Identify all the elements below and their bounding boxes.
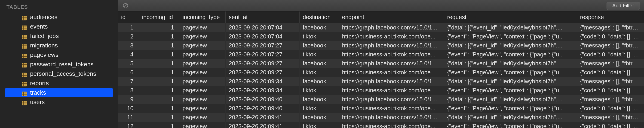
cell-destination[interactable]: facebook: [299, 113, 339, 122]
cell-response[interactable]: {"code": 0, "data": [], "message": "OK",…: [577, 104, 644, 113]
sidebar-item-events[interactable]: events: [5, 22, 113, 31]
cell-id[interactable]: 5: [118, 59, 139, 68]
col-incoming-type[interactable]: incoming_type: [179, 11, 226, 23]
cell-incoming_id[interactable]: 1: [139, 68, 179, 77]
cell-incoming_id[interactable]: 1: [139, 122, 179, 128]
table-row[interactable]: 81pageview2023-09-26 20:09:34tiktokhttps…: [118, 86, 644, 95]
cell-endpoint[interactable]: https://graph.facebook.com/v15.0/1...: [339, 41, 444, 50]
cell-incoming_id[interactable]: 1: [139, 104, 179, 113]
cell-request[interactable]: {"event": "PageView", "context": {"page"…: [444, 86, 577, 95]
cell-request[interactable]: {"event": "PageView", "context": {"page"…: [444, 122, 577, 128]
cell-incoming_id[interactable]: 1: [139, 95, 179, 104]
cell-request[interactable]: {"data": [{"event_id": "led0yxlelwybhslo…: [444, 59, 577, 68]
col-sent-at[interactable]: sent_at: [226, 11, 299, 23]
cell-sent_at[interactable]: 2023-09-26 20:09:27: [226, 59, 299, 68]
cell-destination[interactable]: tiktok: [299, 68, 339, 77]
cell-incoming_id[interactable]: 1: [139, 59, 179, 68]
cell-endpoint[interactable]: https://graph.facebook.com/v15.0/1...: [339, 59, 444, 68]
cell-response[interactable]: {"messages": [], "fbtrace_id": "AzpPcE4A…: [577, 23, 644, 32]
cell-incoming_id[interactable]: 1: [139, 86, 179, 95]
sidebar-item-personal_access_tokens[interactable]: personal_access_tokens: [5, 69, 113, 78]
table-row[interactable]: 51pageview2023-09-26 20:09:27facebookhtt…: [118, 59, 644, 68]
sidebar-item-tracks[interactable]: tracks: [5, 88, 113, 97]
table-row[interactable]: 111pageview2023-09-26 20:09:41facebookht…: [118, 113, 644, 122]
sidebar-item-users[interactable]: users: [5, 97, 113, 107]
cell-id[interactable]: 8: [118, 86, 139, 95]
cell-endpoint[interactable]: https://business-api.tiktok.com/ope...: [339, 68, 444, 77]
table-row[interactable]: 41pageview2023-09-26 20:07:27tiktokhttps…: [118, 50, 644, 59]
col-request[interactable]: request: [444, 11, 577, 23]
cell-sent_at[interactable]: 2023-09-26 20:09:41: [226, 113, 299, 122]
col-endpoint[interactable]: endpoint: [339, 11, 444, 23]
cell-id[interactable]: 10: [118, 104, 139, 113]
add-filter-button[interactable]: Add Filter: [606, 1, 640, 10]
cell-id[interactable]: 4: [118, 50, 139, 59]
sidebar-item-pageviews[interactable]: pageviews: [5, 50, 113, 60]
cell-incoming_type[interactable]: pageview: [179, 95, 226, 104]
cell-sent_at[interactable]: 2023-09-26 20:07:27: [226, 50, 299, 59]
sidebar-item-audiences[interactable]: audiences: [5, 12, 113, 22]
cell-id[interactable]: 7: [118, 77, 139, 86]
table-row[interactable]: 101pageview2023-09-26 20:09:40tiktokhttp…: [118, 104, 644, 113]
table-row[interactable]: 61pageview2023-09-26 20:09:27tiktokhttps…: [118, 68, 644, 77]
cell-destination[interactable]: facebook: [299, 77, 339, 86]
cell-response[interactable]: {"code": 0, "data": [], "message": "OK",…: [577, 122, 644, 128]
cell-incoming_id[interactable]: 1: [139, 41, 179, 50]
cell-destination[interactable]: tiktok: [299, 50, 339, 59]
col-response[interactable]: response: [577, 11, 644, 23]
cell-request[interactable]: {"event": "PageView", "context": {"page"…: [444, 68, 577, 77]
cell-endpoint[interactable]: https://business-api.tiktok.com/ope...: [339, 104, 444, 113]
cell-response[interactable]: {"messages": [], "fbtrace_id": "AzpPcE4A…: [577, 77, 644, 86]
sidebar-item-migrations[interactable]: migrations: [5, 41, 113, 50]
cell-incoming_id[interactable]: 1: [139, 32, 179, 41]
table-row[interactable]: 11pageview2023-09-26 20:07:04facebookhtt…: [118, 23, 644, 32]
col-id[interactable]: id: [118, 11, 139, 23]
cell-endpoint[interactable]: https://graph.facebook.com/v15.0/1...: [339, 95, 444, 104]
cell-incoming_type[interactable]: pageview: [179, 41, 226, 50]
cell-incoming_type[interactable]: pageview: [179, 68, 226, 77]
table-row[interactable]: 91pageview2023-09-26 20:09:40facebookhtt…: [118, 95, 644, 104]
cell-sent_at[interactable]: 2023-09-26 20:07:04: [226, 23, 299, 32]
table-row[interactable]: 71pageview2023-09-26 20:09:34facebookhtt…: [118, 77, 644, 86]
cell-request[interactable]: {"data": [{"event_id": "led0yxlelwybhslo…: [444, 23, 577, 32]
cell-destination[interactable]: facebook: [299, 23, 339, 32]
cell-sent_at[interactable]: 2023-09-26 20:09:41: [226, 122, 299, 128]
cell-destination[interactable]: facebook: [299, 59, 339, 68]
cell-id[interactable]: 12: [118, 122, 139, 128]
cell-response[interactable]: {"code": 0, "data": [], "message": "OK",…: [577, 50, 644, 59]
cell-response[interactable]: {"code": 0, "data": [], "message": "OK",…: [577, 68, 644, 77]
cell-id[interactable]: 11: [118, 113, 139, 122]
cell-endpoint[interactable]: https://business-api.tiktok.com/ope...: [339, 32, 444, 41]
cell-destination[interactable]: tiktok: [299, 32, 339, 41]
cell-sent_at[interactable]: 2023-09-26 20:07:27: [226, 41, 299, 50]
cell-sent_at[interactable]: 2023-09-26 20:07:04: [226, 32, 299, 41]
cell-request[interactable]: {"event": "PageView", "context": {"page"…: [444, 32, 577, 41]
cell-id[interactable]: 2: [118, 32, 139, 41]
table-row[interactable]: 31pageview2023-09-26 20:07:27facebookhtt…: [118, 41, 644, 50]
cell-endpoint[interactable]: https://business-api.tiktok.com/ope...: [339, 50, 444, 59]
cell-sent_at[interactable]: 2023-09-26 20:09:34: [226, 86, 299, 95]
cell-id[interactable]: 6: [118, 68, 139, 77]
cell-incoming_type[interactable]: pageview: [179, 113, 226, 122]
sidebar-item-password_reset_tokens[interactable]: password_reset_tokens: [5, 60, 113, 69]
cell-destination[interactable]: facebook: [299, 95, 339, 104]
cell-request[interactable]: {"data": [{"event_id": "led0yxlelwybhslo…: [444, 113, 577, 122]
cell-response[interactable]: {"messages": [], "fbtrace_id": "AzpPcE4A…: [577, 59, 644, 68]
cell-sent_at[interactable]: 2023-09-26 20:09:40: [226, 104, 299, 113]
cell-destination[interactable]: facebook: [299, 41, 339, 50]
cell-incoming_type[interactable]: pageview: [179, 50, 226, 59]
cell-incoming_id[interactable]: 1: [139, 113, 179, 122]
cell-id[interactable]: 3: [118, 41, 139, 50]
cell-destination[interactable]: tiktok: [299, 86, 339, 95]
cell-id[interactable]: 9: [118, 95, 139, 104]
cell-request[interactable]: {"event": "PageView", "context": {"page"…: [444, 104, 577, 113]
cell-incoming_type[interactable]: pageview: [179, 77, 226, 86]
cell-endpoint[interactable]: https://graph.facebook.com/v15.0/1...: [339, 77, 444, 86]
cell-incoming_type[interactable]: pageview: [179, 23, 226, 32]
table-row[interactable]: 121pageview2023-09-26 20:09:41tiktokhttp…: [118, 122, 644, 128]
cell-id[interactable]: 1: [118, 23, 139, 32]
cell-incoming_id[interactable]: 1: [139, 23, 179, 32]
cell-endpoint[interactable]: https://business-api.tiktok.com/ope...: [339, 86, 444, 95]
cell-endpoint[interactable]: https://business-api.tiktok.com/ope...: [339, 122, 444, 128]
cell-endpoint[interactable]: https://graph.facebook.com/v15.0/1...: [339, 113, 444, 122]
